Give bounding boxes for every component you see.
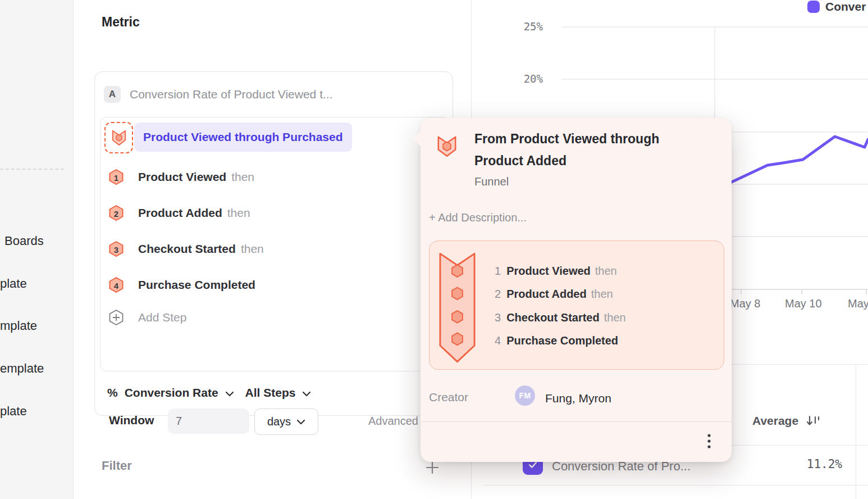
sort-descending-icon bbox=[805, 414, 821, 428]
add-filter-button[interactable] bbox=[424, 460, 440, 475]
advanced-link[interactable]: Advanced bbox=[368, 415, 418, 428]
series-a-badge: A bbox=[104, 86, 121, 103]
steps-scope-dropdown[interactable]: All Steps bbox=[245, 386, 296, 400]
x-axis-tick-may12: May bbox=[848, 297, 868, 310]
window-value-input[interactable] bbox=[168, 409, 249, 434]
popover-title: From Product Viewed through Product Adde… bbox=[474, 128, 695, 172]
more-options-button[interactable] bbox=[700, 430, 718, 453]
step-4-hexagon-icon: 4 bbox=[108, 276, 125, 293]
funnel-steps-card: 1Product Viewedthen 2Product Addedthen 3… bbox=[429, 241, 724, 370]
funnel-step-row-3[interactable]: 3 Checkout Started then bbox=[108, 240, 264, 258]
window-unit-value: days bbox=[267, 415, 291, 428]
sidebar-item-template-3[interactable]: emplate bbox=[0, 361, 44, 376]
step-3-name: Checkout Started bbox=[138, 242, 236, 256]
step-1-number: 1 bbox=[108, 169, 125, 186]
chevron-down-icon bbox=[296, 419, 305, 425]
popover-step-3: 3Checkout Startedthen bbox=[495, 310, 626, 325]
step-2-name: Product Added bbox=[138, 206, 222, 220]
percent-icon: % bbox=[107, 386, 118, 400]
step-3-hexagon-icon: 3 bbox=[108, 241, 125, 257]
plus-icon bbox=[425, 460, 440, 475]
table-column-divider bbox=[856, 364, 856, 499]
chevron-down-icon[interactable] bbox=[225, 391, 234, 397]
popover-step-1: 1Product Viewedthen bbox=[495, 263, 617, 279]
sidebar-item-template-2[interactable]: mplate bbox=[0, 319, 37, 333]
funnel-step-row-2[interactable]: 2 Product Added then bbox=[108, 204, 250, 222]
funnel-banner-icon bbox=[438, 251, 477, 365]
metric-section-title: Metric bbox=[102, 15, 140, 30]
measure-dropdown[interactable]: Conversion Rate bbox=[125, 386, 218, 400]
app-canvas: Boards plate mplate emplate plate Metric… bbox=[0, 0, 868, 499]
popover-step-4: 4Purchase Completed bbox=[495, 333, 618, 348]
popover-type-label: Funnel bbox=[474, 175, 509, 188]
step-1-then: then bbox=[231, 170, 254, 184]
series-title[interactable]: Conversion Rate of Product Viewed t... bbox=[130, 88, 332, 101]
add-step-hexagon-icon bbox=[108, 309, 125, 326]
step-3-number: 3 bbox=[108, 241, 125, 258]
step-4-number: 4 bbox=[108, 277, 125, 294]
funnel-icon bbox=[111, 129, 127, 147]
step-4-name: Purchase Completed bbox=[138, 278, 255, 292]
metric-card: A Conversion Rate of Product Viewed t...… bbox=[94, 71, 453, 416]
chevron-down-icon[interactable] bbox=[302, 391, 311, 397]
step-1-name: Product Viewed bbox=[138, 170, 226, 184]
selected-funnel-event[interactable]: Product Viewed through Purchased bbox=[134, 123, 352, 152]
add-description-link[interactable]: + Add Description... bbox=[429, 211, 527, 224]
measure-row: % Conversion Rate All Steps bbox=[107, 386, 311, 400]
funnel-icon bbox=[436, 135, 458, 158]
step-1-hexagon-icon: 1 bbox=[108, 169, 125, 185]
funnel-event-icon-box[interactable] bbox=[104, 122, 133, 153]
creator-avatar: FM bbox=[515, 385, 535, 406]
window-unit-select[interactable]: days bbox=[254, 409, 318, 435]
table-row-border bbox=[484, 485, 868, 486]
step-2-hexagon-icon: 2 bbox=[108, 205, 125, 221]
add-step-label: Add Step bbox=[138, 311, 186, 324]
popover-step-2: 2Product Addedthen bbox=[495, 286, 613, 302]
sidebar-section-divider bbox=[0, 169, 64, 170]
add-step-button[interactable]: Add Step bbox=[108, 309, 186, 326]
step-3-then: then bbox=[241, 242, 264, 256]
average-column-header[interactable]: Average bbox=[752, 414, 821, 428]
sidebar-item-boards[interactable]: Boards bbox=[4, 234, 44, 248]
step-2-then: then bbox=[227, 206, 250, 220]
sidebar-item-template-4[interactable]: plate bbox=[0, 404, 27, 419]
average-header-label: Average bbox=[752, 414, 798, 428]
creator-name: Fung, Myron bbox=[545, 392, 611, 405]
x-axis-tick-may10: May 10 bbox=[785, 297, 822, 310]
step-2-number: 2 bbox=[108, 205, 125, 222]
filter-section-title: Filter bbox=[102, 459, 132, 473]
funnel-details-popover: From Product Viewed through Product Adde… bbox=[421, 118, 732, 462]
sidebar bbox=[0, 0, 74, 499]
conversion-rate-line bbox=[724, 137, 868, 187]
funnel-definition-card: Product Viewed through Purchased 1 Produ… bbox=[100, 117, 449, 371]
funnel-step-row-4[interactable]: 4 Purchase Completed bbox=[108, 276, 255, 294]
window-label: Window bbox=[109, 414, 154, 427]
x-axis-tick-may8: May 8 bbox=[730, 297, 760, 310]
funnel-step-row-1[interactable]: 1 Product Viewed then bbox=[108, 168, 254, 186]
table-row-average-value: 11.2% bbox=[775, 457, 842, 471]
kebab-menu-icon bbox=[707, 433, 711, 450]
popover-footer-divider bbox=[421, 421, 732, 422]
creator-label: Creator bbox=[429, 391, 468, 404]
sidebar-item-template-1[interactable]: plate bbox=[0, 276, 27, 291]
